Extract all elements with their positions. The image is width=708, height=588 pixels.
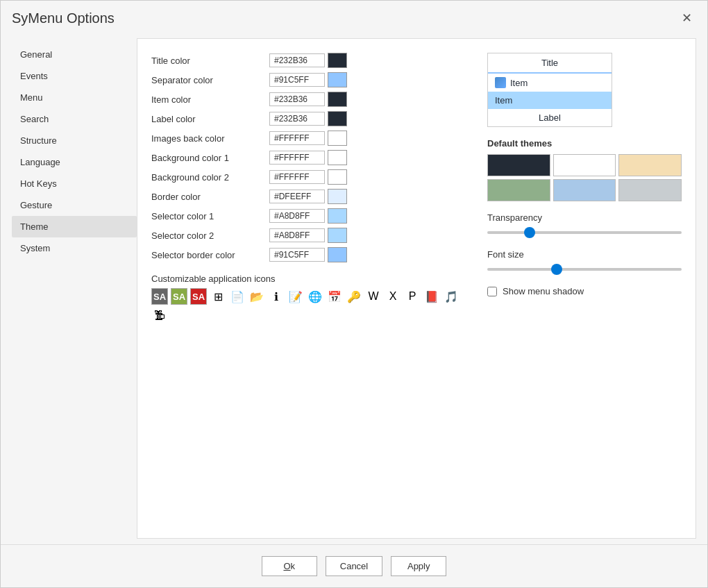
color-hex-input-1[interactable] [269,73,325,87]
color-hex-input-0[interactable] [269,53,325,67]
app-icon-8[interactable]: 🌐 [307,288,323,305]
font-size-slider[interactable] [487,268,682,271]
app-icon-14[interactable]: 📕 [423,288,440,305]
transparency-section: Transparency [487,212,682,240]
color-swatch-4[interactable] [328,131,347,146]
themes-grid [487,154,682,201]
color-label-8: Selector color 1 [151,211,269,221]
theme-swatch-2[interactable] [618,154,682,176]
color-label-2: Item color [151,94,269,105]
main-content: GeneralEventsMenuSearchStructureLanguage… [1,33,707,544]
sidebar-item-events[interactable]: Events [12,65,137,87]
preview-item-label-0: Item [510,78,528,88]
color-row-8: Selector color 1 [151,208,473,224]
app-icon-16[interactable]: 🗜 [151,308,168,324]
sidebar-item-hot-keys[interactable]: Hot Keys [12,173,137,194]
color-row-5: Background color 1 [151,150,473,165]
color-swatch-0[interactable] [328,53,347,68]
color-hex-input-7[interactable] [269,190,325,203]
color-swatch-10[interactable] [328,247,347,262]
color-swatch-6[interactable] [328,169,347,185]
theme-swatch-4[interactable] [553,179,616,201]
preview-item-0[interactable]: Item [488,74,612,92]
titlebar: SyMenu Options ✕ [1,1,707,33]
app-icon-6[interactable]: ℹ [268,288,285,305]
color-hex-input-8[interactable] [269,209,325,223]
icons-section-label: Customizable application icons [151,274,473,284]
font-size-slider-container [487,262,682,276]
show-shadow-label: Show menu shadow [503,286,584,296]
app-icon-9[interactable]: 📅 [326,288,343,305]
sidebar-item-system[interactable]: System [12,237,137,259]
color-row-10: Selector border color [151,247,473,262]
sidebar-item-language[interactable]: Language [12,151,137,173]
color-swatch-3[interactable] [328,111,347,126]
color-row-2: Item color [151,92,473,107]
show-shadow-checkbox[interactable] [487,287,497,296]
color-label-7: Border color [151,192,269,202]
color-row-6: Background color 2 [151,169,473,185]
preview-box: Title ItemItemLabel [487,53,612,127]
theme-swatch-0[interactable] [487,154,550,176]
color-label-0: Title color [151,56,269,66]
preview-label-2: Label [488,109,612,126]
app-icon-15[interactable]: 🎵 [443,288,460,305]
app-icon-5[interactable]: 📂 [248,288,265,305]
show-shadow-row: Show menu shadow [487,286,682,296]
window-title: SyMenu Options [12,10,115,26]
app-icon-10[interactable]: 🔑 [346,288,362,305]
color-settings-panel: Title colorSeparator colorItem colorLabe… [151,53,473,524]
color-hex-input-4[interactable] [269,131,325,145]
color-swatch-8[interactable] [328,208,347,224]
theme-swatch-1[interactable] [553,154,616,176]
footer: Ok Cancel Apply [1,544,707,587]
icons-section: Customizable application icons SASASA⊞📄📂… [151,274,473,324]
preview-item-1[interactable]: Item [488,92,612,109]
app-icon-13[interactable]: P [404,288,421,305]
color-swatch-5[interactable] [328,150,347,165]
apply-button[interactable]: Apply [391,556,446,576]
app-icon-7[interactable]: 📝 [287,288,304,305]
color-hex-input-5[interactable] [269,151,325,165]
sidebar-item-gesture[interactable]: Gesture [12,194,137,216]
app-icon-12[interactable]: X [385,288,401,305]
app-icon-11[interactable]: W [365,288,382,305]
sidebar-item-theme[interactable]: Theme [12,216,137,237]
transparency-slider-container [487,226,682,240]
color-swatch-1[interactable] [328,72,347,87]
cancel-button[interactable]: Cancel [326,556,382,576]
app-icon-1[interactable]: SA [171,288,187,305]
theme-swatch-5[interactable] [618,179,682,201]
transparency-label: Transparency [487,212,682,223]
color-label-10: Selector border color [151,250,269,260]
color-label-1: Separator color [151,75,269,85]
icons-row: SASASA⊞📄📂ℹ📝🌐📅🔑WXP📕🎵🗜 [151,288,473,324]
sidebar-item-structure[interactable]: Structure [12,130,137,151]
app-icon-2[interactable]: SA [190,288,207,305]
transparency-slider[interactable] [487,231,682,234]
color-label-3: Label color [151,114,269,124]
color-row-9: Selector color 2 [151,228,473,243]
color-row-3: Label color [151,111,473,126]
ok-button[interactable]: Ok [262,556,317,576]
app-icon-3[interactable]: ⊞ [210,288,226,305]
main-window: SyMenu Options ✕ GeneralEventsMenuSearch… [0,0,708,588]
font-size-label: Font size [487,249,682,260]
color-swatch-9[interactable] [328,228,347,243]
theme-swatch-3[interactable] [487,179,550,201]
app-icon-4[interactable]: 📄 [229,288,246,305]
color-hex-input-3[interactable] [269,112,325,126]
color-hex-input-10[interactable] [269,248,325,262]
color-label-5: Background color 1 [151,153,269,163]
color-hex-input-2[interactable] [269,92,325,106]
color-hex-input-9[interactable] [269,228,325,242]
sidebar-item-search[interactable]: Search [12,108,137,130]
sidebar-item-menu[interactable]: Menu [12,87,137,108]
app-icon-0[interactable]: SA [151,288,168,305]
content-panel: Title colorSeparator colorItem colorLabe… [137,38,696,539]
color-swatch-2[interactable] [328,92,347,107]
color-hex-input-6[interactable] [269,170,325,184]
close-button[interactable]: ✕ [677,9,696,27]
sidebar-item-general[interactable]: General [12,44,137,65]
color-swatch-7[interactable] [328,189,347,204]
